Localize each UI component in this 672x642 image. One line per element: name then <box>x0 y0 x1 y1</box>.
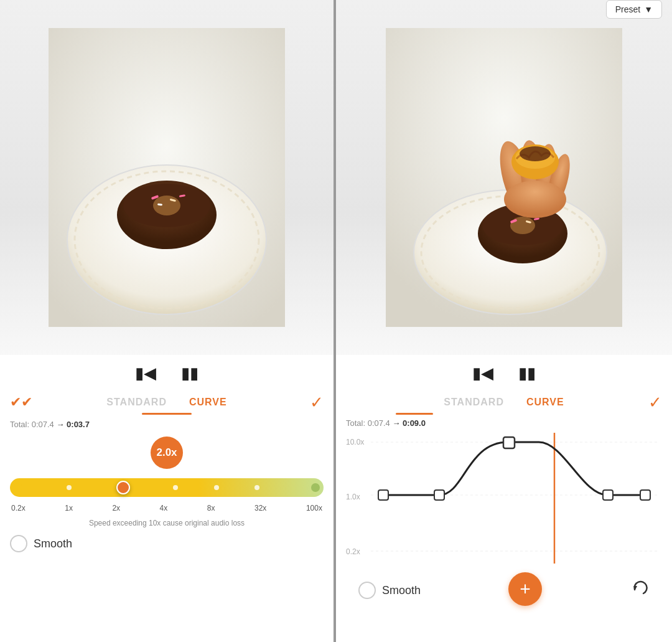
left-speed-label-0: 0.2x <box>11 504 26 512</box>
left-speed-label-1: 1x <box>65 504 73 512</box>
left-controls-area: ✔✔ STANDARD CURVE ✓ Total: 0:07.4 → 0:03… <box>0 389 334 642</box>
right-confirm-icon[interactable]: ✓ <box>648 393 662 412</box>
right-y-label-bot: 0.2x <box>346 547 364 556</box>
left-slider-thumb[interactable] <box>116 481 130 494</box>
left-tab-curve[interactable]: CURVE <box>178 397 238 408</box>
right-tab-curve-label: CURVE <box>515 397 576 407</box>
right-curve-svg <box>371 433 657 564</box>
left-tab-curve-label: CURVE <box>178 397 238 407</box>
left-speed-label-5: 32x <box>254 504 266 512</box>
left-slider-dot-1 <box>67 485 72 490</box>
left-slider-end <box>311 483 320 492</box>
right-controls-area: STANDARD CURVE ✓ Total: 0:07.4 → 0:09.0 … <box>336 389 672 642</box>
right-player-controls: ▮◀ ▮▮ <box>336 355 672 389</box>
left-new-duration: 0:03.7 <box>67 420 90 429</box>
right-tab-standard[interactable]: STANDARD <box>432 397 515 408</box>
left-slider-wrap[interactable] <box>10 475 324 500</box>
left-panel: ▮◀ ▮▮ ✔✔ STANDARD CURVE ✓ Total: 0:07.4 … <box>0 0 336 642</box>
left-back-icon[interactable]: ✔✔ <box>10 394 32 410</box>
left-speed-label-6: 100x <box>306 504 322 512</box>
left-smooth-label: Smooth <box>34 537 72 550</box>
left-pause-button[interactable]: ▮▮ <box>181 364 198 383</box>
right-bottom-actions: Smooth + <box>346 566 662 612</box>
right-arrow: → <box>392 418 400 428</box>
left-player-controls: ▮◀ ▮▮ <box>0 355 334 389</box>
curve-node-peak <box>503 437 515 448</box>
svg-point-28 <box>520 146 551 161</box>
left-slider-dot-2 <box>173 485 178 490</box>
left-skip-back-button[interactable]: ▮◀ <box>135 364 156 383</box>
left-total-duration: Total: 0:07.4 <box>10 420 54 429</box>
right-duration-line: Total: 0:07.4 → 0:09.0 <box>346 418 426 428</box>
curve-node-1 <box>378 490 388 500</box>
curve-node-3 <box>603 490 613 500</box>
left-speed-knob[interactable]: 2.0x <box>151 437 183 469</box>
right-curve-svg-wrap <box>371 433 662 566</box>
left-speed-labels: 0.2x 1x 2x 4x 8x 32x 100x <box>10 504 324 512</box>
left-duration-line: Total: 0:07.4 → 0:03.7 <box>10 420 324 429</box>
right-tab-bar: STANDARD CURVE ✓ <box>346 397 662 408</box>
right-tab-curve[interactable]: CURVE <box>515 397 576 408</box>
left-slider-track[interactable] <box>10 478 324 497</box>
curve-node-4 <box>640 490 650 500</box>
right-new-duration: 0:09.0 <box>403 418 426 428</box>
left-tab-bar: ✔✔ STANDARD CURVE ✓ <box>10 397 324 408</box>
right-tab-standard-label: STANDARD <box>432 397 515 407</box>
right-pause-button[interactable]: ▮▮ <box>518 364 536 383</box>
svg-point-6 <box>153 196 180 215</box>
left-smooth-row: Smooth <box>10 535 324 552</box>
curve-node-2 <box>434 490 444 500</box>
right-tab-underline-wrap <box>346 413 662 415</box>
left-speed-label-2: 2x <box>112 504 120 512</box>
left-speed-knob-wrap: 2.0x <box>10 437 324 469</box>
left-donut-illustration <box>49 28 285 327</box>
left-video-scene <box>0 0 334 355</box>
svg-point-25 <box>504 181 566 218</box>
left-slider-dot-4 <box>254 485 259 490</box>
right-panel: ▮◀ ▮▮ STANDARD CURVE ✓ Total: 0:07.4 → 0… <box>336 0 672 642</box>
left-video-area <box>0 0 334 355</box>
right-tab-underline <box>396 413 433 415</box>
right-preset-button[interactable]: Preset ▼ <box>606 0 662 19</box>
left-speed-label-4: 8x <box>207 504 215 512</box>
right-smooth-row: Smooth <box>358 582 421 599</box>
right-y-label-top: 10.0x <box>346 438 364 446</box>
right-add-button[interactable]: + <box>508 572 542 606</box>
right-y-axis: 10.0x 1.0x 0.2x <box>346 438 364 556</box>
right-add-icon: + <box>520 578 531 600</box>
right-header-row: Total: 0:07.4 → 0:09.0 Preset ▼ <box>346 418 662 428</box>
right-preset-chevron-icon: ▼ <box>644 4 653 14</box>
right-donut-illustration <box>386 28 622 327</box>
right-undo-button[interactable] <box>630 577 650 602</box>
left-arrow: → <box>56 420 64 429</box>
left-tab-underline <box>142 413 192 415</box>
right-smooth-toggle[interactable] <box>358 582 376 599</box>
right-y-label-mid: 1.0x <box>346 493 364 501</box>
right-total-duration: Total: 0:07.4 <box>346 418 390 428</box>
right-curve-chart: 10.0x 1.0x 0.2x <box>346 433 662 566</box>
left-confirm-icon[interactable]: ✓ <box>310 393 324 412</box>
right-skip-back-button[interactable]: ▮◀ <box>472 364 493 383</box>
left-slider-start <box>14 483 22 492</box>
left-tab-standard-label: STANDARD <box>95 397 178 407</box>
right-video-scene <box>336 0 672 355</box>
left-smooth-toggle[interactable] <box>10 535 27 552</box>
right-smooth-label: Smooth <box>382 584 421 597</box>
right-video-area <box>336 0 672 355</box>
right-undo-icon <box>630 577 650 597</box>
left-speed-label-3: 4x <box>160 504 168 512</box>
left-tab-standard[interactable]: STANDARD <box>95 397 178 408</box>
left-slider-dot-3 <box>214 485 219 490</box>
left-warning-text: Speed exceeding 10x cause original audio… <box>10 519 324 527</box>
svg-point-17 <box>510 217 535 234</box>
right-preset-label: Preset <box>615 4 640 14</box>
left-tab-underline-wrap <box>10 413 324 415</box>
